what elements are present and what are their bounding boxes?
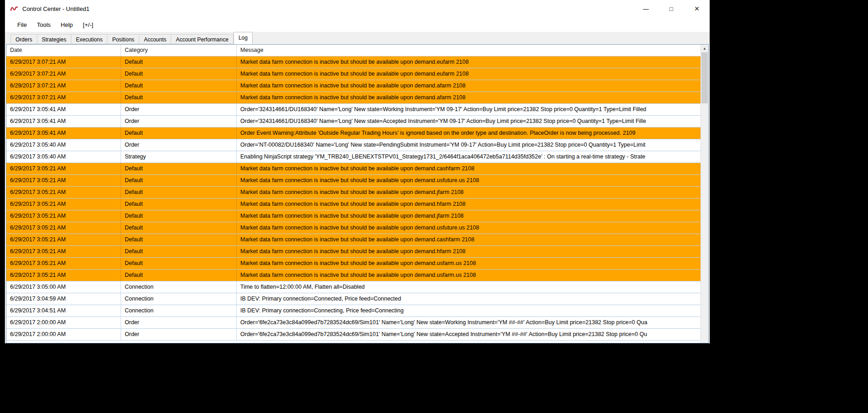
log-date-cell: 6/29/2017 3:07:21 AM (6, 68, 121, 80)
log-date-cell: 6/29/2017 3:04:51 AM (6, 305, 121, 316)
log-message-cell: Market data farm connection is inactive … (237, 68, 700, 80)
maximize-button[interactable]: □ (659, 0, 684, 17)
log-category-cell: Order (121, 104, 237, 115)
log-date-cell: 6/29/2017 3:05:21 AM (6, 246, 121, 257)
log-message-cell: Market data farm connection is inactive … (237, 258, 700, 269)
log-category-cell: Default (121, 175, 237, 186)
log-date-cell: 6/29/2017 3:07:21 AM (6, 92, 121, 103)
tab-positions[interactable]: Positions (107, 34, 139, 44)
scroll-up-icon[interactable]: ▲ (701, 45, 708, 52)
log-row[interactable]: 6/29/2017 3:05:21 AMDefaultMarket data f… (6, 175, 700, 187)
log-row[interactable]: 6/29/2017 3:05:40 AMStrategyEnabling Nin… (6, 151, 700, 163)
vertical-scrollbar[interactable]: ▲ (700, 45, 708, 343)
log-message-cell: Market data farm connection is inactive … (237, 163, 700, 174)
log-row[interactable]: 6/29/2017 3:05:21 AMDefaultMarket data f… (6, 234, 700, 246)
close-button[interactable]: × (684, 0, 710, 17)
log-row[interactable]: 6/29/2017 3:05:21 AMDefaultMarket data f… (6, 222, 700, 234)
log-message-cell: Market data farm connection is inactive … (237, 270, 700, 281)
log-message-cell: Market data farm connection is inactive … (237, 246, 700, 257)
tab-account-performance[interactable]: Account Performance (171, 34, 233, 44)
log-date-cell: 6/29/2017 2:00:00 AM (6, 329, 121, 340)
tab-strip: OrdersStrategiesExecutionsPositionsAccou… (5, 32, 710, 44)
log-row[interactable]: 6/29/2017 3:05:21 AMDefaultMarket data f… (6, 187, 700, 199)
log-date-cell: 6/29/2017 3:05:21 AM (6, 163, 121, 174)
log-date-cell: 6/29/2017 3:05:21 AM (6, 234, 121, 245)
log-row[interactable]: 6/29/2017 3:05:41 AMDefaultOrder Event W… (6, 127, 700, 139)
log-category-cell: Default (121, 246, 237, 257)
log-row[interactable]: 6/29/2017 3:07:21 AMDefaultMarket data f… (6, 56, 700, 68)
log-date-cell: 6/29/2017 3:05:41 AM (6, 127, 121, 139)
log-row[interactable]: 6/29/2017 3:05:21 AMDefaultMarket data f… (6, 199, 700, 210)
tab-executions[interactable]: Executions (71, 34, 108, 44)
log-date-cell: 6/29/2017 3:05:40 AM (6, 151, 121, 163)
log-message-cell: Market data farm connection is inactive … (237, 187, 700, 198)
log-category-cell: Default (121, 68, 237, 80)
log-date-cell: 6/29/2017 3:05:21 AM (6, 210, 121, 222)
log-message-cell: Order='6fe2ca73e3c84a099ed7b7283524dc69/… (237, 317, 700, 328)
column-header-date[interactable]: Date (6, 45, 121, 56)
log-row[interactable]: 6/29/2017 3:05:21 AMDefaultMarket data f… (6, 246, 700, 258)
log-message-cell: IB DEV: Primary connection=Connected, Pr… (237, 293, 700, 305)
log-category-cell: Default (121, 270, 237, 281)
log-row[interactable]: 6/29/2017 2:00:00 AMOrderOrder='6fe2ca73… (6, 329, 700, 341)
scrollbar-thumb[interactable] (701, 52, 708, 103)
log-message-cell: Market data farm connection is inactive … (237, 234, 700, 245)
tab-strategies[interactable]: Strategies (37, 34, 71, 44)
log-row[interactable]: 6/29/2017 3:05:41 AMOrderOrder='32431466… (6, 104, 700, 116)
log-row[interactable]: 6/29/2017 3:05:21 AMDefaultMarket data f… (6, 163, 700, 175)
column-header-message[interactable]: Message (237, 45, 700, 56)
log-row[interactable]: 6/29/2017 3:04:59 AMConnectionIB DEV: Pr… (6, 293, 700, 305)
log-date-cell: 6/29/2017 3:07:21 AM (6, 56, 121, 68)
log-message-cell: Market data farm connection is inactive … (237, 222, 700, 234)
menu-item-tools[interactable]: Tools (32, 19, 56, 31)
log-date-cell: 6/29/2017 3:04:59 AM (6, 293, 121, 305)
log-date-cell: 6/29/2017 3:05:00 AM (6, 281, 121, 293)
tab-accounts[interactable]: Accounts (139, 34, 171, 44)
log-row[interactable]: 6/29/2017 3:07:21 AMDefaultMarket data f… (6, 80, 700, 92)
log-category-cell: Default (121, 80, 237, 92)
minimize-button[interactable]: — (633, 0, 659, 17)
table-body: 6/29/2017 3:07:21 AMDefaultMarket data f… (6, 56, 700, 343)
log-row[interactable]: 6/29/2017 3:05:21 AMDefaultMarket data f… (6, 258, 700, 270)
log-date-cell: 6/29/2017 3:05:40 AM (6, 139, 121, 151)
log-category-cell: Order (121, 139, 237, 151)
window-title: Control Center - Untitled1 (22, 5, 89, 12)
log-message-cell: Market data farm connection is inactive … (237, 56, 700, 68)
log-category-cell: Default (121, 163, 237, 174)
menu-item-plus-minus[interactable]: [+/-] (78, 19, 98, 31)
ninjatrader-logo-icon[interactable] (10, 5, 18, 13)
titlebar: Control Center - Untitled1 — □ × (5, 0, 710, 17)
log-table: Date Category Message 6/29/2017 3:07:21 … (6, 44, 709, 343)
log-message-cell: Order='324314661/DU168340' Name='Long' N… (237, 104, 700, 115)
log-message-cell: Time to flatten=12:00:00 AM, Flatten all… (237, 281, 700, 293)
log-category-cell: Order (121, 329, 237, 340)
log-message-cell: Market data farm connection is inactive … (237, 199, 700, 210)
log-row[interactable]: 6/29/2017 3:05:21 AMDefaultMarket data f… (6, 270, 700, 281)
log-category-cell: Default (121, 56, 237, 68)
log-category-cell: Strategy (121, 151, 237, 163)
log-category-cell: Order (121, 116, 237, 127)
log-message-cell: Market data farm connection is inactive … (237, 210, 700, 222)
log-row[interactable]: 6/29/2017 2:00:00 AMOrderOrder='6fe2ca73… (6, 317, 700, 329)
menu-item-file[interactable]: File (12, 19, 32, 31)
tab-orders[interactable]: Orders (10, 34, 37, 44)
log-message-cell: Market data farm connection is inactive … (237, 92, 700, 103)
log-date-cell: 6/29/2017 3:05:21 AM (6, 258, 121, 269)
log-message-cell: Enabling NinjaScript strategy 'YM_TRB240… (237, 151, 700, 163)
menu-item-help[interactable]: Help (56, 19, 78, 31)
column-header-category[interactable]: Category (121, 45, 237, 56)
log-category-cell: Default (121, 210, 237, 222)
log-message-cell: Order='NT-00082/DU168340' Name='Long' Ne… (237, 139, 700, 151)
log-row[interactable]: 6/29/2017 3:04:51 AMConnectionIB DEV: Pr… (6, 305, 700, 317)
log-row[interactable]: 6/29/2017 3:05:21 AMDefaultMarket data f… (6, 210, 700, 222)
log-row[interactable]: 6/29/2017 3:05:40 AMOrderOrder='NT-00082… (6, 139, 700, 151)
tab-log[interactable]: Log (233, 32, 253, 44)
log-row[interactable]: 6/29/2017 3:05:00 AMConnectionTime to fl… (6, 281, 700, 293)
log-row[interactable]: 6/29/2017 3:05:41 AMOrderOrder='32431466… (6, 116, 700, 127)
log-category-cell: Default (121, 234, 237, 245)
log-message-cell: IB DEV: Primary connection=Connecting, P… (237, 305, 700, 316)
log-row[interactable]: 6/29/2017 3:07:21 AMDefaultMarket data f… (6, 68, 700, 80)
control-center-window: Control Center - Untitled1 — □ × FileToo… (5, 0, 710, 343)
log-message-cell: Market data farm connection is inactive … (237, 175, 700, 186)
log-row[interactable]: 6/29/2017 3:07:21 AMDefaultMarket data f… (6, 92, 700, 104)
